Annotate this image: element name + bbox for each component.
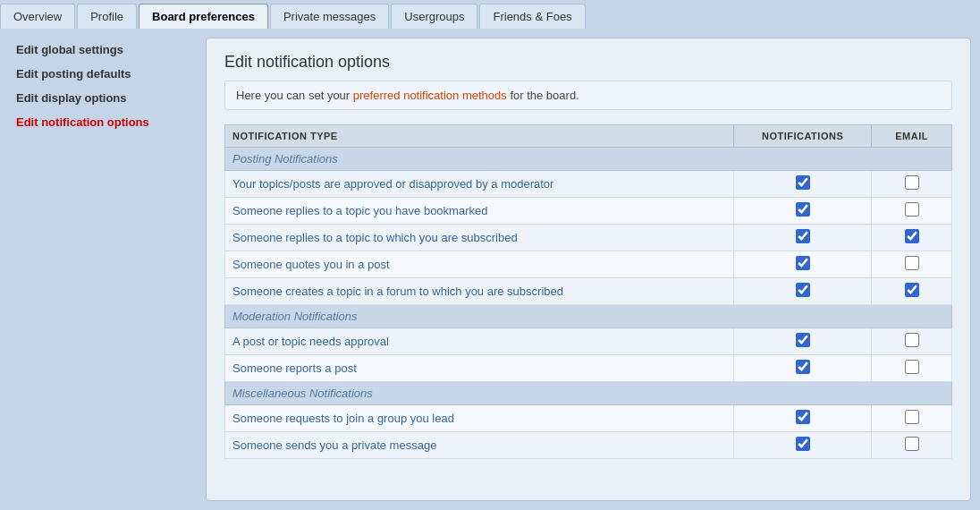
email-cell-2-0[interactable] [872,405,952,432]
tab-profile[interactable]: Profile [77,4,137,29]
col-header-notifications: NOTIFICATIONS [734,125,872,148]
table-row: Someone replies to a topic you have book… [225,198,952,225]
col-header-type: NOTIFICATION TYPE [225,125,734,148]
email-checkbox-0-3[interactable] [905,256,919,270]
row-label-2-0: Someone requests to join a group you lea… [225,405,734,432]
table-row: Someone sends you a private message [225,432,952,459]
notify-checkbox-2-0[interactable] [796,410,810,424]
table-row: Someone creates a topic in a forum to wh… [225,278,952,305]
tab-board-preferences[interactable]: Board preferences [139,4,268,29]
email-checkbox-2-1[interactable] [905,437,919,451]
row-label-2-1: Someone sends you a private message [225,432,734,459]
tab-friends-foes[interactable]: Friends & Foes [479,4,585,29]
sidebar-edit-global-settings[interactable]: Edit global settings [9,38,197,62]
row-label-0-3: Someone quotes you in a post [225,251,734,278]
notify-cell-0-2[interactable] [734,225,872,251]
notify-cell-1-1[interactable] [734,355,872,382]
email-cell-2-1[interactable] [872,432,952,459]
email-checkbox-1-0[interactable] [905,333,919,347]
notify-checkbox-1-0[interactable] [796,333,810,347]
row-label-1-0: A post or topic needs approval [225,328,734,355]
notify-cell-0-4[interactable] [734,278,872,305]
description: Here you can set your preferred notifica… [224,81,952,110]
section-header-2: Miscellaneous Notifications [225,382,952,405]
notify-cell-2-0[interactable] [734,405,872,432]
table-row: Your topics/posts are approved or disapp… [225,171,952,198]
notify-checkbox-0-0[interactable] [796,175,810,190]
email-cell-0-3[interactable] [872,251,952,278]
table-row: Someone replies to a topic to which you … [225,225,952,251]
content-panel: Edit notification options Here you can s… [206,38,971,501]
main-wrapper: Edit global settings Edit posting defaul… [0,29,980,510]
email-cell-0-4[interactable] [872,278,952,305]
page-title: Edit notification options [224,53,952,72]
sidebar-edit-posting-defaults[interactable]: Edit posting defaults [9,62,197,86]
email-cell-0-0[interactable] [872,171,952,198]
table-row: A post or topic needs approval [225,328,952,355]
notify-cell-1-0[interactable] [734,328,872,355]
email-checkbox-0-0[interactable] [905,175,919,190]
tab-private-messages[interactable]: Private messages [270,4,389,29]
description-highlight: preferred notification methods [353,89,507,102]
notify-checkbox-0-1[interactable] [796,202,810,217]
row-label-0-1: Someone replies to a topic you have book… [225,198,734,225]
sidebar-edit-display-options[interactable]: Edit display options [9,86,197,110]
email-cell-0-2[interactable] [872,225,952,251]
notify-checkbox-2-1[interactable] [796,437,810,451]
section-header-1: Moderation Notifications [225,305,952,328]
notify-checkbox-1-1[interactable] [796,360,810,374]
tab-overview[interactable]: Overview [0,4,75,29]
description-suffix: for the board. [507,89,579,102]
table-row: Someone quotes you in a post [225,251,952,278]
row-label-0-2: Someone replies to a topic to which you … [225,225,734,251]
notify-checkbox-0-2[interactable] [796,229,810,243]
sidebar-edit-notification-options[interactable]: Edit notification options [9,110,197,134]
notify-cell-0-3[interactable] [734,251,872,278]
notify-checkbox-0-3[interactable] [796,256,810,270]
notify-cell-2-1[interactable] [734,432,872,459]
row-label-1-1: Someone reports a post [225,355,734,382]
email-checkbox-1-1[interactable] [905,360,919,374]
email-checkbox-0-1[interactable] [905,202,919,217]
email-checkbox-0-2[interactable] [905,229,919,243]
top-nav: Overview Profile Board preferences Priva… [0,0,980,29]
email-cell-0-1[interactable] [872,198,952,225]
col-header-email: EMAIL [872,125,952,148]
email-cell-1-0[interactable] [872,328,952,355]
notify-checkbox-0-4[interactable] [796,283,810,297]
row-label-0-4: Someone creates a topic in a forum to wh… [225,278,734,305]
email-checkbox-0-4[interactable] [905,283,919,297]
email-cell-1-1[interactable] [872,355,952,382]
notify-cell-0-1[interactable] [734,198,872,225]
description-prefix: Here you can set your [236,89,353,102]
notify-cell-0-0[interactable] [734,171,872,198]
tab-usergroups[interactable]: Usergroups [391,4,477,29]
section-header-0: Posting Notifications [225,148,952,171]
notification-table: NOTIFICATION TYPE NOTIFICATIONS EMAIL Po… [224,124,952,459]
sidebar: Edit global settings Edit posting defaul… [9,38,197,501]
table-row: Someone requests to join a group you lea… [225,405,952,432]
email-checkbox-2-0[interactable] [905,410,919,424]
table-row: Someone reports a post [225,355,952,382]
row-label-0-0: Your topics/posts are approved or disapp… [225,171,734,198]
